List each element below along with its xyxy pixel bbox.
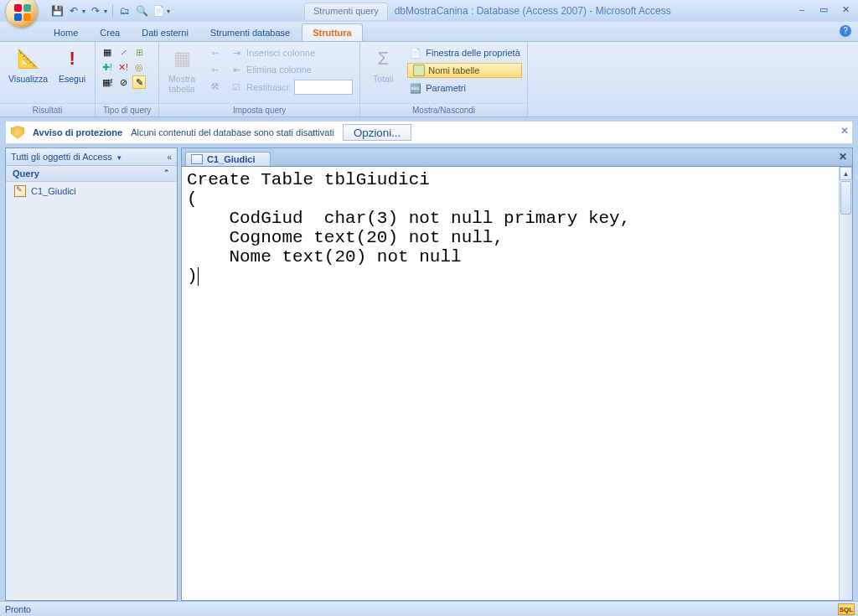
undo-dropdown-icon[interactable]: ▾ <box>82 8 85 15</box>
document-tab-c1giudici[interactable]: C1_Giudici <box>185 152 271 166</box>
undo-icon[interactable]: ↶ <box>67 4 80 18</box>
totals-label: Totali <box>373 74 394 84</box>
vertical-scrollbar[interactable]: ▲ <box>839 167 852 600</box>
navigation-pane: Tutti gli oggetti di Access ▾ « Query ⌃ … <box>5 148 178 601</box>
parameters-button[interactable]: 🔤Parametri <box>407 80 522 96</box>
datadef-query-icon[interactable]: ✎ <box>132 75 146 89</box>
update-query-icon[interactable]: ✕! <box>116 60 130 74</box>
return-combo <box>294 80 353 95</box>
document-pane: C1_Giudici ✕ Create Table tblGiudici ( C… <box>181 148 853 601</box>
sql-editor[interactable]: Create Table tblGiudici ( CodGiud char(3… <box>182 167 852 600</box>
table-names-button[interactable]: Nomi tabelle <box>407 63 522 78</box>
window-controls: – ▭ ✕ <box>794 3 853 15</box>
navpane-item-label: C1_Giudici <box>31 186 76 196</box>
scroll-up-icon[interactable]: ▲ <box>840 167 852 180</box>
builder-button: 🛠 <box>206 79 223 94</box>
passthrough-query-icon[interactable]: ⊘ <box>116 75 130 89</box>
insert-cols-button: ⇥Inserisci colonne <box>228 45 354 60</box>
security-warning-bar: Avviso di protezione Alcuni contenuti de… <box>5 121 853 144</box>
status-bar: Pronto SQL <box>0 601 858 616</box>
insert-cols-icon: ⇥ <box>230 46 243 60</box>
security-options-button[interactable]: Opzioni... <box>343 124 411 141</box>
tab-home[interactable]: Home <box>44 24 88 41</box>
union-query-icon[interactable]: ▦! <box>101 75 114 89</box>
qat-customize-icon[interactable]: ▾ <box>167 8 170 15</box>
tab-create[interactable]: Crea <box>90 24 130 41</box>
property-sheet-icon: 📄 <box>409 46 422 60</box>
table-names-icon <box>413 65 425 76</box>
text-cursor <box>198 267 199 286</box>
document-close-icon[interactable]: ✕ <box>839 151 847 163</box>
tab-external-data[interactable]: Dati esterni <box>132 24 199 41</box>
show-table-button[interactable]: ▦ Mostra tabella <box>164 44 199 96</box>
maketable-query-icon[interactable]: ⊞ <box>132 45 146 59</box>
view-button[interactable]: 📐 Visualizza <box>5 44 51 85</box>
navpane-group-label: Query <box>13 168 39 179</box>
navpane-title: Tutti gli oggetti di Access <box>11 152 112 162</box>
delete-cols-button: ⇤Elimina colonne <box>228 62 354 77</box>
select-query-icon[interactable]: ▦ <box>101 45 114 59</box>
tab-database-tools[interactable]: Strumenti database <box>200 24 300 41</box>
redo-icon[interactable]: ↷ <box>89 4 102 18</box>
navpane-header[interactable]: Tutti gli oggetti di Access ▾ « <box>6 148 177 166</box>
totals-button[interactable]: Σ Totali <box>365 44 401 85</box>
title-bar: 💾 ↶▾ ↷▾ 🗂 🔍 📄 ▾ Strumenti query dbMostra… <box>0 0 858 22</box>
contextual-tab-title: Strumenti query <box>304 3 388 20</box>
view-label: Visualizza <box>8 74 48 84</box>
security-message: Alcuni contenuti del database sono stati… <box>131 127 334 137</box>
navpane-item-c1giudici[interactable]: C1_Giudici <box>6 182 177 200</box>
run-button[interactable]: ! Esegui <box>54 44 90 85</box>
append-query-icon[interactable]: ✚! <box>101 60 114 74</box>
property-sheet-button[interactable]: 📄Finestra delle proprietà <box>407 45 522 60</box>
setup-group-label: Imposta query <box>159 103 359 116</box>
qat-icon-2[interactable]: 🔍 <box>135 4 148 18</box>
security-heading: Avviso di protezione <box>33 127 122 137</box>
ribbon-tabs: Home Crea Dati esterni Strumenti databas… <box>0 22 858 42</box>
delete-query-icon[interactable]: ◎ <box>132 60 146 74</box>
help-button[interactable]: ? <box>840 25 851 37</box>
ribbon-group-results: 📐 Visualizza ! Esegui Risultati <box>0 42 96 116</box>
redo-dropdown-icon[interactable]: ▾ <box>104 8 107 15</box>
query-tab-icon <box>191 154 203 164</box>
close-button[interactable]: ✕ <box>838 3 853 15</box>
save-icon[interactable]: 💾 <box>50 4 64 18</box>
property-sheet-label: Finestra delle proprietà <box>426 48 520 58</box>
main-area: Tutti gli oggetti di Access ▾ « Query ⌃ … <box>5 148 853 601</box>
view-icon: 📐 <box>15 45 42 72</box>
shield-icon <box>11 126 24 139</box>
run-icon: ! <box>59 45 85 72</box>
scroll-thumb[interactable] <box>840 181 851 215</box>
delete-rows-button: ➵ <box>206 62 223 77</box>
tab-structure[interactable]: Struttura <box>302 23 362 41</box>
crosstab-query-icon[interactable]: ⟋ <box>116 45 130 59</box>
ribbon: 📐 Visualizza ! Esegui Risultati ▦ ⟋ ⊞ ✚!… <box>0 42 858 117</box>
navpane-group-collapse-icon[interactable]: ⌃ <box>163 168 170 179</box>
delete-cols-label: Elimina colonne <box>246 65 312 75</box>
ribbon-group-showhide: Σ Totali 📄Finestra delle proprietà Nomi … <box>360 42 528 116</box>
restore-button[interactable]: ▭ <box>816 3 831 15</box>
sql-view-indicator[interactable]: SQL <box>838 603 855 615</box>
navpane-collapse-icon[interactable]: « <box>167 153 172 162</box>
navpane-group-query[interactable]: Query ⌃ <box>6 166 177 182</box>
sigma-icon: Σ <box>370 45 396 72</box>
navpane-dropdown-icon[interactable]: ▾ <box>116 153 122 162</box>
return-label: Restituisci: <box>246 82 291 92</box>
return-icon: ☑ <box>230 80 243 94</box>
insert-cols-label: Inserisci colonne <box>246 48 315 58</box>
parameters-label: Parametri <box>426 83 466 93</box>
insert-rows-icon: ➵ <box>208 46 221 60</box>
query-icon <box>14 185 26 197</box>
minimize-button[interactable]: – <box>794 3 809 15</box>
qat-icon-1[interactable]: 🗂 <box>118 4 132 18</box>
parameters-icon: 🔤 <box>409 81 422 95</box>
insert-rows-button: ➵ <box>206 45 223 60</box>
status-ready: Pronto <box>5 604 31 614</box>
delete-rows-icon: ➵ <box>208 63 221 76</box>
builder-icon: 🛠 <box>208 80 221 93</box>
qat-icon-3[interactable]: 📄 <box>152 4 165 18</box>
sql-text: Create Table tblGiudici ( CodGiud char(3… <box>187 170 630 286</box>
run-label: Esegui <box>59 74 85 84</box>
window-title: dbMostraCanina : Database (Access 2007) … <box>395 5 671 17</box>
delete-cols-icon: ⇤ <box>230 63 243 76</box>
security-close-icon[interactable]: ✕ <box>840 125 849 137</box>
